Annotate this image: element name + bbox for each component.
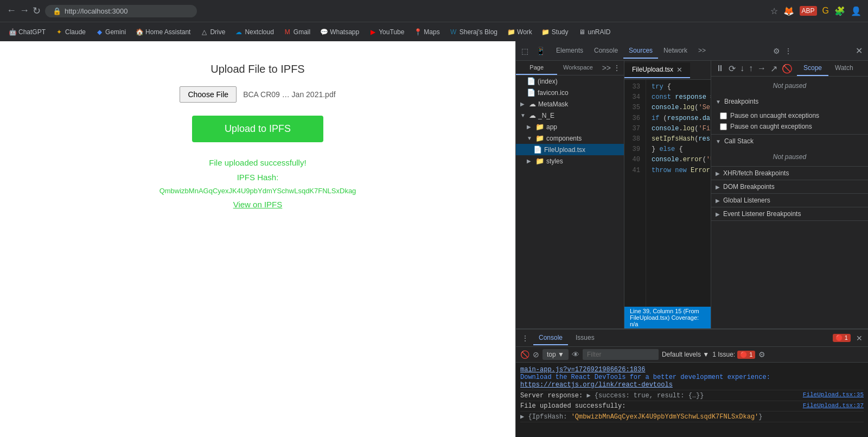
console-clear-icon[interactable]: 🚫 bbox=[520, 350, 529, 359]
abp-icon[interactable]: ABP bbox=[800, 6, 817, 16]
dom-section: ▶ DOM Breakpoints bbox=[711, 180, 868, 194]
tab-workspace[interactable]: Workspace bbox=[557, 61, 598, 75]
inspect-icon[interactable]: ⬚ bbox=[519, 45, 531, 58]
bookmark-youtube[interactable]: ▶ YouTube bbox=[365, 26, 409, 38]
bookmark-home-assistant[interactable]: 🏠 Home Assistant bbox=[131, 26, 195, 38]
filetree-more-icon[interactable]: >> bbox=[602, 64, 611, 72]
xhr-header[interactable]: ▶ XHR/fetch Breakpoints bbox=[711, 167, 868, 180]
tree-item-ne[interactable]: ▼ ☁ _N_E bbox=[516, 110, 624, 121]
bookmark-claude[interactable]: ✦ Claude bbox=[51, 26, 90, 38]
tree-item-index[interactable]: 📄 (index) bbox=[516, 75, 624, 87]
bookmark-sheraj[interactable]: W Sheraj's Blog bbox=[445, 26, 502, 38]
bookmark-work[interactable]: 📁 Work bbox=[503, 26, 537, 38]
tab-sources[interactable]: Sources bbox=[623, 43, 658, 59]
console-panel: ⋮ Console Issues 🔴 1 ✕ 🚫 ⊘ top ▼ 👁 Defau… bbox=[516, 328, 868, 437]
call-stack-header[interactable]: ▼ Call Stack bbox=[711, 135, 868, 148]
default-levels-label[interactable]: Default levels ▼ bbox=[662, 351, 709, 358]
pause-caught-checkbox[interactable]: Pause on caught exceptions bbox=[720, 121, 859, 132]
view-on-ipfs-link[interactable]: View on IPFS bbox=[233, 200, 283, 209]
file-tree-tabs: Page Workspace >> ⋮ bbox=[516, 61, 624, 75]
tree-item-components[interactable]: ▼ 📁 components bbox=[516, 132, 624, 144]
device-icon[interactable]: 📱 bbox=[534, 45, 547, 58]
upload-ipfs-button[interactable]: Upload to IPFS bbox=[192, 116, 323, 142]
pause-uncaught-checkbox[interactable]: Pause on uncaught exceptions bbox=[720, 110, 859, 121]
source-link-main[interactable]: main-app.js?v=1726921986626:1836 bbox=[520, 366, 645, 373]
devtools-icons: ⬚ 📱 bbox=[519, 45, 547, 58]
code-tab-close-icon[interactable]: ✕ bbox=[676, 66, 682, 74]
scope-not-paused: Not paused bbox=[711, 77, 868, 95]
tab-console-bottom[interactable]: Console bbox=[533, 331, 568, 345]
code-tab-fileupload[interactable]: FileUpload.tsx ✕ bbox=[624, 62, 690, 78]
console-filter-input[interactable] bbox=[583, 349, 659, 360]
bookmark-gemini[interactable]: ◆ Gemini bbox=[91, 26, 130, 38]
bookmark-ha-label: Home Assistant bbox=[145, 28, 190, 36]
code-lines[interactable]: try { const response = await axios.post(… bbox=[646, 80, 711, 307]
source-link-fileupload-37[interactable]: FileUpload.tsx:37 bbox=[803, 402, 864, 410]
tab-more[interactable]: >> bbox=[693, 43, 711, 59]
tab-console[interactable]: Console bbox=[589, 43, 623, 59]
extensions-icon[interactable]: 🦊 bbox=[783, 6, 794, 16]
deactivate-icon[interactable]: ↗ bbox=[770, 64, 777, 74]
console-filter-icon[interactable]: ⊘ bbox=[533, 350, 539, 359]
back-icon[interactable]: ← bbox=[7, 5, 16, 17]
tab-scope[interactable]: Scope bbox=[797, 61, 828, 76]
bookmark-gmail[interactable]: M Gmail bbox=[279, 26, 315, 38]
source-link-fileupload-35[interactable]: FileUpload.tsx:35 bbox=[803, 391, 864, 400]
bookmark-whatsapp[interactable]: 💬 Whatsapp bbox=[316, 26, 363, 38]
dom-header[interactable]: ▶ DOM Breakpoints bbox=[711, 180, 868, 193]
tab-issues[interactable]: Issues bbox=[570, 331, 600, 345]
profile-icon[interactable]: 👤 bbox=[851, 6, 861, 16]
bookmarks-bar: 🤖 ChatGPT ✦ Claude ◆ Gemini 🏠 Home Assis… bbox=[0, 22, 868, 41]
step-into-icon[interactable]: ↓ bbox=[740, 64, 744, 73]
bookmark-drive[interactable]: △ Drive bbox=[196, 26, 229, 38]
claude-icon: ✦ bbox=[55, 28, 63, 36]
no-breakpoints-icon[interactable]: 🚫 bbox=[782, 64, 793, 74]
console-more-icon[interactable]: ⋮ bbox=[519, 332, 531, 345]
step-over-icon[interactable]: ⟳ bbox=[729, 64, 736, 74]
tree-item-app[interactable]: ▶ 📁 app bbox=[516, 121, 624, 132]
devtools-close-icon[interactable]: ✕ bbox=[853, 43, 865, 58]
expand-icon: ▶ bbox=[520, 101, 527, 107]
event-header[interactable]: ▶ Event Listener Breakpoints bbox=[711, 207, 868, 220]
bookmark-star-icon[interactable]: ☆ bbox=[770, 6, 778, 16]
tab-page[interactable]: Page bbox=[516, 61, 557, 75]
console-close-icon[interactable]: ✕ bbox=[854, 332, 865, 345]
console-settings-icon[interactable]: ⚙ bbox=[758, 350, 765, 359]
step-out-icon[interactable]: ↑ bbox=[749, 64, 753, 73]
console-eye-icon[interactable]: 👁 bbox=[572, 350, 579, 359]
pause-caught-input[interactable] bbox=[720, 123, 727, 130]
step-icon[interactable]: → bbox=[757, 64, 766, 73]
tree-item-favicon[interactable]: 📄 favicon.ico bbox=[516, 87, 624, 98]
reload-icon[interactable]: ↻ bbox=[33, 5, 41, 17]
url-bar[interactable]: 🔒 http://localhost:3000 bbox=[45, 5, 197, 17]
extension2-icon[interactable]: G bbox=[822, 6, 829, 16]
forward-icon[interactable]: → bbox=[20, 5, 29, 17]
devtools-more-icon[interactable]: ⋮ bbox=[782, 45, 794, 58]
breakpoints-header[interactable]: ▼ Breakpoints bbox=[711, 95, 868, 108]
pause-icon[interactable]: ⏸ bbox=[716, 64, 724, 73]
global-header[interactable]: ▶ Global Listeners bbox=[711, 194, 868, 207]
extension3-icon[interactable]: 🧩 bbox=[834, 6, 845, 16]
devtools-settings-icon[interactable]: ⚙ bbox=[771, 45, 782, 58]
tree-item-styles[interactable]: ▶ 📁 styles bbox=[516, 155, 624, 167]
bookmark-chatgpt[interactable]: 🤖 ChatGPT bbox=[4, 26, 50, 38]
bookmark-study[interactable]: 📁 Study bbox=[538, 26, 573, 38]
bookmark-nextcloud[interactable]: ☁ Nextcloud bbox=[231, 26, 278, 38]
bookmark-unraid[interactable]: 🖥 unRAID bbox=[574, 26, 615, 38]
code-tabs: FileUpload.tsx ✕ bbox=[624, 61, 711, 80]
page-title: Upload File to IPFS bbox=[210, 63, 304, 75]
tab-watch[interactable]: Watch bbox=[828, 61, 860, 76]
tree-item-metamask[interactable]: ▶ ☁ MetaMask bbox=[516, 98, 624, 110]
react-devtools-link[interactable]: https://reactjs.org/link/react-devtools bbox=[520, 381, 673, 389]
code-line-38: setIpfsHash(response.data.result bbox=[652, 134, 705, 144]
gmail-icon: M bbox=[284, 28, 291, 36]
choose-file-button[interactable]: Choose File bbox=[180, 86, 237, 103]
pause-uncaught-input[interactable] bbox=[720, 112, 727, 119]
filetree-menu-icon[interactable]: ⋮ bbox=[613, 64, 621, 72]
event-expand-icon: ▶ bbox=[716, 211, 720, 217]
tab-elements[interactable]: Elements bbox=[551, 43, 589, 59]
bookmark-maps[interactable]: 📍 Maps bbox=[410, 26, 444, 38]
tree-item-fileupload[interactable]: 📄 FileUpload.tsx bbox=[516, 144, 624, 155]
top-dropdown[interactable]: top ▼ bbox=[542, 349, 569, 360]
tab-network[interactable]: Network bbox=[658, 43, 693, 59]
